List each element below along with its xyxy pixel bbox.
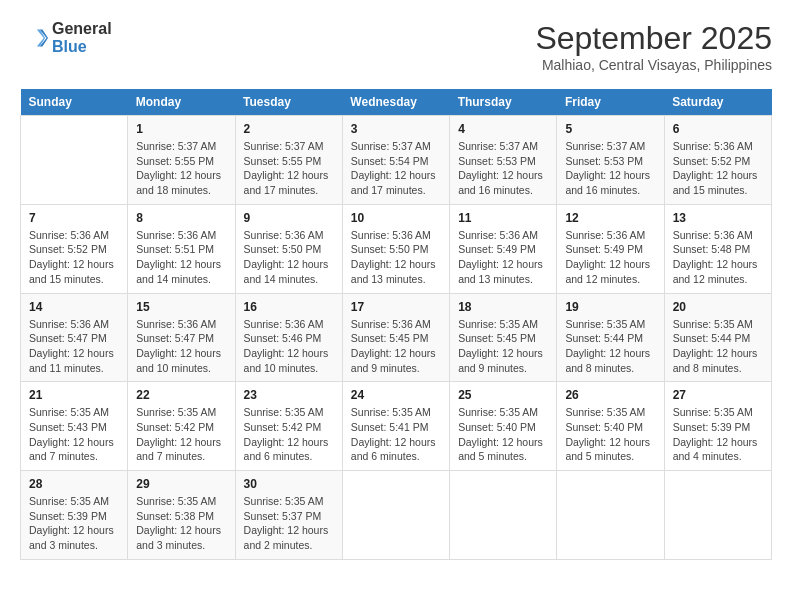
day-cell: 6Sunrise: 5:36 AM Sunset: 5:52 PM Daylig… xyxy=(664,116,771,205)
day-cell: 9Sunrise: 5:36 AM Sunset: 5:50 PM Daylig… xyxy=(235,204,342,293)
title-block: September 2025 Malhiao, Central Visayas,… xyxy=(535,20,772,73)
day-info: Sunrise: 5:36 AM Sunset: 5:49 PM Dayligh… xyxy=(458,228,548,287)
weekday-header-wednesday: Wednesday xyxy=(342,89,449,116)
day-cell: 8Sunrise: 5:36 AM Sunset: 5:51 PM Daylig… xyxy=(128,204,235,293)
day-info: Sunrise: 5:37 AM Sunset: 5:55 PM Dayligh… xyxy=(136,139,226,198)
day-number: 15 xyxy=(136,300,226,314)
day-cell: 27Sunrise: 5:35 AM Sunset: 5:39 PM Dayli… xyxy=(664,382,771,471)
page-header: General Blue September 2025 Malhiao, Cen… xyxy=(20,20,772,73)
day-number: 5 xyxy=(565,122,655,136)
day-number: 17 xyxy=(351,300,441,314)
week-row-1: 1Sunrise: 5:37 AM Sunset: 5:55 PM Daylig… xyxy=(21,116,772,205)
day-info: Sunrise: 5:36 AM Sunset: 5:47 PM Dayligh… xyxy=(29,317,119,376)
day-number: 19 xyxy=(565,300,655,314)
week-row-4: 21Sunrise: 5:35 AM Sunset: 5:43 PM Dayli… xyxy=(21,382,772,471)
day-cell: 25Sunrise: 5:35 AM Sunset: 5:40 PM Dayli… xyxy=(450,382,557,471)
day-cell: 5Sunrise: 5:37 AM Sunset: 5:53 PM Daylig… xyxy=(557,116,664,205)
day-number: 10 xyxy=(351,211,441,225)
day-number: 11 xyxy=(458,211,548,225)
day-number: 21 xyxy=(29,388,119,402)
calendar-table: SundayMondayTuesdayWednesdayThursdayFrid… xyxy=(20,89,772,560)
day-number: 20 xyxy=(673,300,763,314)
day-cell: 4Sunrise: 5:37 AM Sunset: 5:53 PM Daylig… xyxy=(450,116,557,205)
day-number: 30 xyxy=(244,477,334,491)
day-cell: 13Sunrise: 5:36 AM Sunset: 5:48 PM Dayli… xyxy=(664,204,771,293)
day-info: Sunrise: 5:35 AM Sunset: 5:45 PM Dayligh… xyxy=(458,317,548,376)
day-info: Sunrise: 5:35 AM Sunset: 5:40 PM Dayligh… xyxy=(565,405,655,464)
day-number: 1 xyxy=(136,122,226,136)
day-cell: 3Sunrise: 5:37 AM Sunset: 5:54 PM Daylig… xyxy=(342,116,449,205)
day-number: 18 xyxy=(458,300,548,314)
day-info: Sunrise: 5:36 AM Sunset: 5:46 PM Dayligh… xyxy=(244,317,334,376)
day-info: Sunrise: 5:36 AM Sunset: 5:49 PM Dayligh… xyxy=(565,228,655,287)
day-cell: 12Sunrise: 5:36 AM Sunset: 5:49 PM Dayli… xyxy=(557,204,664,293)
day-info: Sunrise: 5:37 AM Sunset: 5:54 PM Dayligh… xyxy=(351,139,441,198)
day-cell: 30Sunrise: 5:35 AM Sunset: 5:37 PM Dayli… xyxy=(235,471,342,560)
day-info: Sunrise: 5:37 AM Sunset: 5:53 PM Dayligh… xyxy=(565,139,655,198)
weekday-header-row: SundayMondayTuesdayWednesdayThursdayFrid… xyxy=(21,89,772,116)
day-info: Sunrise: 5:35 AM Sunset: 5:39 PM Dayligh… xyxy=(673,405,763,464)
day-cell: 19Sunrise: 5:35 AM Sunset: 5:44 PM Dayli… xyxy=(557,293,664,382)
week-row-5: 28Sunrise: 5:35 AM Sunset: 5:39 PM Dayli… xyxy=(21,471,772,560)
day-number: 22 xyxy=(136,388,226,402)
day-number: 7 xyxy=(29,211,119,225)
week-row-2: 7Sunrise: 5:36 AM Sunset: 5:52 PM Daylig… xyxy=(21,204,772,293)
day-cell xyxy=(450,471,557,560)
day-number: 24 xyxy=(351,388,441,402)
day-cell xyxy=(664,471,771,560)
day-number: 9 xyxy=(244,211,334,225)
day-cell: 23Sunrise: 5:35 AM Sunset: 5:42 PM Dayli… xyxy=(235,382,342,471)
day-cell: 10Sunrise: 5:36 AM Sunset: 5:50 PM Dayli… xyxy=(342,204,449,293)
day-cell xyxy=(342,471,449,560)
day-cell: 18Sunrise: 5:35 AM Sunset: 5:45 PM Dayli… xyxy=(450,293,557,382)
day-info: Sunrise: 5:35 AM Sunset: 5:39 PM Dayligh… xyxy=(29,494,119,553)
day-info: Sunrise: 5:35 AM Sunset: 5:43 PM Dayligh… xyxy=(29,405,119,464)
day-cell xyxy=(21,116,128,205)
weekday-header-saturday: Saturday xyxy=(664,89,771,116)
day-info: Sunrise: 5:35 AM Sunset: 5:41 PM Dayligh… xyxy=(351,405,441,464)
day-cell: 20Sunrise: 5:35 AM Sunset: 5:44 PM Dayli… xyxy=(664,293,771,382)
day-number: 13 xyxy=(673,211,763,225)
day-number: 2 xyxy=(244,122,334,136)
day-cell: 28Sunrise: 5:35 AM Sunset: 5:39 PM Dayli… xyxy=(21,471,128,560)
weekday-header-thursday: Thursday xyxy=(450,89,557,116)
day-cell: 2Sunrise: 5:37 AM Sunset: 5:55 PM Daylig… xyxy=(235,116,342,205)
day-cell: 1Sunrise: 5:37 AM Sunset: 5:55 PM Daylig… xyxy=(128,116,235,205)
day-info: Sunrise: 5:36 AM Sunset: 5:48 PM Dayligh… xyxy=(673,228,763,287)
day-info: Sunrise: 5:35 AM Sunset: 5:40 PM Dayligh… xyxy=(458,405,548,464)
logo-text: General Blue xyxy=(52,20,112,56)
day-number: 16 xyxy=(244,300,334,314)
day-info: Sunrise: 5:35 AM Sunset: 5:44 PM Dayligh… xyxy=(673,317,763,376)
day-cell: 11Sunrise: 5:36 AM Sunset: 5:49 PM Dayli… xyxy=(450,204,557,293)
day-number: 28 xyxy=(29,477,119,491)
day-info: Sunrise: 5:36 AM Sunset: 5:52 PM Dayligh… xyxy=(29,228,119,287)
day-cell: 26Sunrise: 5:35 AM Sunset: 5:40 PM Dayli… xyxy=(557,382,664,471)
week-row-3: 14Sunrise: 5:36 AM Sunset: 5:47 PM Dayli… xyxy=(21,293,772,382)
day-info: Sunrise: 5:35 AM Sunset: 5:38 PM Dayligh… xyxy=(136,494,226,553)
weekday-header-tuesday: Tuesday xyxy=(235,89,342,116)
day-number: 4 xyxy=(458,122,548,136)
day-number: 23 xyxy=(244,388,334,402)
day-number: 26 xyxy=(565,388,655,402)
day-cell xyxy=(557,471,664,560)
day-cell: 24Sunrise: 5:35 AM Sunset: 5:41 PM Dayli… xyxy=(342,382,449,471)
day-number: 14 xyxy=(29,300,119,314)
day-cell: 7Sunrise: 5:36 AM Sunset: 5:52 PM Daylig… xyxy=(21,204,128,293)
day-number: 3 xyxy=(351,122,441,136)
day-info: Sunrise: 5:36 AM Sunset: 5:47 PM Dayligh… xyxy=(136,317,226,376)
day-number: 6 xyxy=(673,122,763,136)
weekday-header-monday: Monday xyxy=(128,89,235,116)
day-info: Sunrise: 5:36 AM Sunset: 5:50 PM Dayligh… xyxy=(244,228,334,287)
day-info: Sunrise: 5:37 AM Sunset: 5:55 PM Dayligh… xyxy=(244,139,334,198)
month-title: September 2025 xyxy=(535,20,772,57)
day-info: Sunrise: 5:35 AM Sunset: 5:42 PM Dayligh… xyxy=(244,405,334,464)
day-cell: 16Sunrise: 5:36 AM Sunset: 5:46 PM Dayli… xyxy=(235,293,342,382)
day-cell: 29Sunrise: 5:35 AM Sunset: 5:38 PM Dayli… xyxy=(128,471,235,560)
day-number: 27 xyxy=(673,388,763,402)
day-info: Sunrise: 5:36 AM Sunset: 5:50 PM Dayligh… xyxy=(351,228,441,287)
day-cell: 15Sunrise: 5:36 AM Sunset: 5:47 PM Dayli… xyxy=(128,293,235,382)
day-number: 8 xyxy=(136,211,226,225)
day-info: Sunrise: 5:35 AM Sunset: 5:44 PM Dayligh… xyxy=(565,317,655,376)
day-cell: 14Sunrise: 5:36 AM Sunset: 5:47 PM Dayli… xyxy=(21,293,128,382)
day-number: 29 xyxy=(136,477,226,491)
